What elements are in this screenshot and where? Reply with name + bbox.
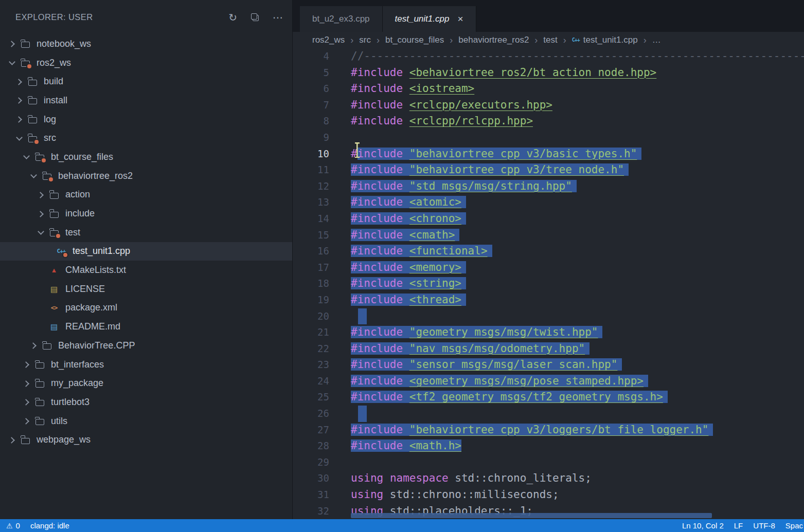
breadcrumb-item-src[interactable]: src [359, 35, 371, 45]
breadcrumb-item-bt_course_files[interactable]: bt_course_files [385, 35, 444, 45]
code-line-4[interactable]: 4//-------------------------------------… [293, 48, 804, 65]
line-number[interactable]: 28 [293, 438, 329, 454]
cursor-position[interactable]: Ln 10, Col 2 [682, 521, 724, 530]
line-number[interactable]: 18 [293, 276, 329, 292]
breadcrumb-item-test[interactable]: test [543, 35, 557, 45]
tree-item-bt_course_files[interactable]: bt_course_files [0, 148, 292, 167]
line-number[interactable]: 16 [293, 243, 329, 260]
line-number[interactable]: 4 [293, 48, 329, 65]
line-number[interactable]: 10 [293, 146, 329, 162]
code-line-19[interactable]: 19#include <thread> [293, 292, 804, 308]
code-line-14[interactable]: 14#include <chrono> [293, 211, 804, 227]
code-line-24[interactable]: 24#include <geometry_msgs/msg/pose_stamp… [293, 373, 804, 390]
line-number[interactable]: 8 [293, 113, 329, 130]
tree-item-test[interactable]: test [0, 223, 292, 242]
tree-item-build[interactable]: build [0, 72, 292, 91]
more-actions-icon[interactable]: ⋯ [273, 12, 283, 23]
code-line-7[interactable]: 7#include <rclcpp/executors.hpp> [293, 97, 804, 114]
line-number[interactable]: 12 [293, 178, 329, 195]
line-number[interactable]: 26 [293, 406, 329, 422]
line-number[interactable]: 30 [293, 470, 329, 487]
line-number[interactable]: 29 [293, 454, 329, 471]
code-line-22[interactable]: 22#include "nav_msgs/msg/odometry.hpp" [293, 341, 804, 357]
line-number[interactable]: 17 [293, 260, 329, 276]
tree-item-utils[interactable]: utils [0, 412, 292, 431]
line-number[interactable]: 23 [293, 357, 329, 373]
tree-item-LICENSE[interactable]: ▤LICENSE [0, 280, 292, 299]
breadcrumb-item-behaviortree_ros2[interactable]: behaviortree_ros2 [458, 35, 529, 45]
tree-item-action[interactable]: action [0, 186, 292, 205]
code-line-13[interactable]: 13#include <atomic> [293, 194, 804, 211]
line-number[interactable]: 21 [293, 324, 329, 341]
tree-item-BehaviorTree.CPP[interactable]: BehaviorTree.CPP [0, 336, 292, 355]
line-number[interactable]: 20 [293, 308, 329, 325]
line-number[interactable]: 6 [293, 81, 329, 97]
tree-item-behaviortree_ros2[interactable]: behaviortree_ros2 [0, 167, 292, 186]
code-line-10[interactable]: 10#include "behaviortree_cpp_v3/basic_ty… [293, 146, 804, 162]
code-line-15[interactable]: 15#include <cmath> [293, 227, 804, 244]
code-line-6[interactable]: 6#include <iostream> [293, 81, 804, 97]
line-number[interactable]: 24 [293, 373, 329, 390]
line-number[interactable]: 27 [293, 422, 329, 438]
tree-item-CMakeLists.txt[interactable]: ▲CMakeLists.txt [0, 261, 292, 280]
tree-item-install[interactable]: install [0, 91, 292, 110]
code-line-8[interactable]: 8#include <rclcpp/rclcpp.hpp> [293, 113, 804, 130]
encoding[interactable]: UTF-8 [753, 521, 775, 530]
line-number[interactable]: 15 [293, 227, 329, 244]
line-number[interactable]: 13 [293, 194, 329, 211]
tree-item-log[interactable]: log [0, 110, 292, 129]
close-tab-icon[interactable]: × [457, 13, 463, 25]
line-number[interactable]: 11 [293, 162, 329, 178]
code-line-26[interactable]: 26 [293, 406, 804, 422]
code-editor[interactable]: 4//-------------------------------------… [293, 48, 804, 519]
line-number[interactable]: 7 [293, 97, 329, 114]
code-line-5[interactable]: 5#include <behaviortree_ros2/bt_action_n… [293, 65, 804, 81]
code-line-30[interactable]: 30using namespace std::chrono_literals; [293, 470, 804, 487]
code-line-28[interactable]: 28#include <math.h> [293, 438, 804, 454]
clangd-status[interactable]: clangd: idle [30, 521, 69, 530]
code-line-17[interactable]: 17#include <memory> [293, 260, 804, 276]
code-line-9[interactable]: 9 [293, 130, 804, 146]
tree-item-my_package[interactable]: my_package [0, 374, 292, 393]
tree-item-test_unit1.cpp[interactable]: C++test_unit1.cpp [0, 242, 292, 261]
indentation[interactable]: Spac [785, 521, 803, 530]
collapse-folders-icon[interactable] [251, 13, 259, 22]
line-number[interactable]: 22 [293, 341, 329, 357]
eol-sequence[interactable]: LF [734, 521, 743, 530]
breadcrumb-item-…[interactable]: … [652, 35, 661, 45]
problems-indicator[interactable]: ⚠0 [6, 521, 20, 530]
tab-bt_u2_ex3.cpp[interactable]: bt_u2_ex3.cpp [300, 6, 383, 32]
code-line-27[interactable]: 27#include "behaviortree_cpp_v3/loggers/… [293, 422, 804, 438]
tree-item-include[interactable]: include [0, 204, 292, 223]
tree-item-turtlebot3[interactable]: turtlebot3 [0, 393, 292, 412]
code-line-12[interactable]: 12#include "std_msgs/msg/string.hpp" [293, 178, 804, 195]
tree-item-package.xml[interactable]: <>package.xml [0, 299, 292, 318]
line-number[interactable]: 5 [293, 65, 329, 81]
breadcrumb-item-ros2_ws[interactable]: ros2_ws [312, 35, 345, 45]
code-line-23[interactable]: 23#include "sensor_msgs/msg/laser_scan.h… [293, 357, 804, 373]
tree-item-bt_interfaces[interactable]: bt_interfaces [0, 355, 292, 374]
line-number[interactable]: 19 [293, 292, 329, 308]
code-line-20[interactable]: 20 [293, 308, 804, 325]
code-line-18[interactable]: 18#include <string> [293, 276, 804, 292]
line-number[interactable]: 14 [293, 211, 329, 227]
tree-item-notebook_ws[interactable]: notebook_ws [0, 34, 292, 53]
refresh-explorer-icon[interactable]: ↻ [228, 12, 237, 23]
tab-test_unit1.cpp[interactable]: test_unit1.cpp× [383, 6, 476, 32]
tree-item-src[interactable]: src [0, 129, 292, 148]
tree-item-README.md[interactable]: ▤README.md [0, 317, 292, 336]
code-line-25[interactable]: 25#include <tf2_geometry_msgs/tf2_geomet… [293, 389, 804, 406]
code-line-16[interactable]: 16#include <functional> [293, 243, 804, 260]
line-number[interactable]: 32 [293, 503, 329, 519]
line-number[interactable]: 31 [293, 487, 329, 503]
code-line-29[interactable]: 29 [293, 454, 804, 471]
breadcrumb-item-test_unit1.cpp[interactable]: C++test_unit1.cpp [572, 35, 638, 45]
horizontal-scrollbar[interactable] [351, 513, 712, 518]
code-line-21[interactable]: 21#include "geometry_msgs/msg/twist.hpp" [293, 324, 804, 341]
code-line-31[interactable]: 31using std::chrono::milliseconds; [293, 487, 804, 503]
tree-item-webpage_ws[interactable]: webpage_ws [0, 430, 292, 449]
line-number[interactable]: 9 [293, 130, 329, 146]
tree-item-ros2_ws[interactable]: ros2_ws [0, 53, 292, 72]
code-line-11[interactable]: 11#include "behaviortree_cpp_v3/tree_nod… [293, 162, 804, 178]
line-number[interactable]: 25 [293, 389, 329, 406]
